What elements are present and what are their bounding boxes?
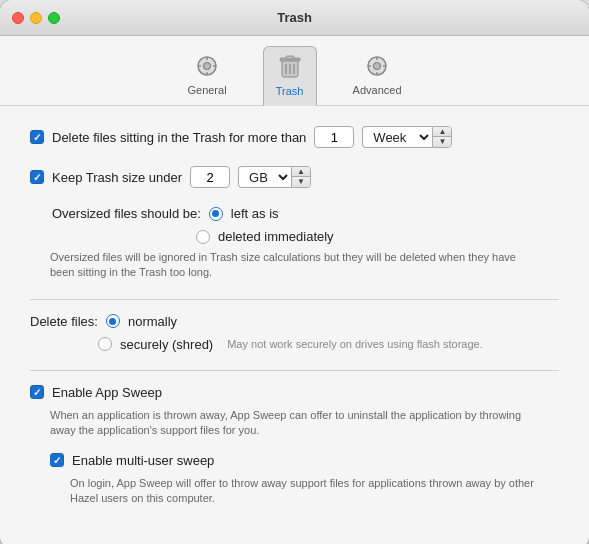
- main-window: Trash General: [0, 0, 589, 544]
- oversized-section: Oversized files should be: left as is de…: [30, 206, 559, 281]
- content-area: Delete files sitting in the Trash for mo…: [0, 106, 589, 544]
- gb-stepper-down[interactable]: ▼: [292, 177, 310, 187]
- titlebar: Trash: [0, 0, 589, 36]
- delete-files-checkbox[interactable]: [30, 130, 44, 144]
- securely-note: May not work securely on drives using fl…: [227, 338, 483, 350]
- divider-1: [30, 299, 559, 300]
- delete-method-label-row: Delete files: normally: [30, 314, 559, 329]
- keep-trash-label: Keep Trash size under: [52, 170, 182, 185]
- keep-trash-checkbox[interactable]: [30, 170, 44, 184]
- delete-files-section: Delete files sitting in the Trash for mo…: [30, 126, 559, 148]
- divider-2: [30, 370, 559, 371]
- close-button[interactable]: [12, 12, 24, 24]
- left-as-is-radio[interactable]: [209, 207, 223, 221]
- svg-point-1: [204, 63, 211, 70]
- app-sweep-row: Enable App Sweep: [30, 385, 559, 400]
- svg-point-13: [374, 63, 381, 70]
- gb-stepper-up[interactable]: ▲: [292, 167, 310, 177]
- window-title: Trash: [277, 10, 312, 25]
- general-icon: [193, 52, 221, 80]
- tab-bar: General Trash: [0, 36, 589, 106]
- app-sweep-checkbox[interactable]: [30, 385, 44, 399]
- securely-radio[interactable]: [98, 337, 112, 351]
- multiuser-sweep-row: Enable multi-user sweep: [50, 453, 559, 468]
- app-sweep-section: Enable App Sweep When an application is …: [30, 385, 559, 507]
- delete-method-section: Delete files: normally securely (shred) …: [30, 314, 559, 352]
- svg-rect-11: [286, 56, 294, 59]
- tab-trash-label: Trash: [276, 85, 304, 97]
- deleted-immediately-label: deleted immediately: [218, 229, 334, 244]
- week-stepper-up[interactable]: ▲: [433, 127, 451, 137]
- week-stepper: ▲ ▼: [432, 126, 452, 148]
- keep-trash-value-input[interactable]: [190, 166, 230, 188]
- tab-advanced-label: Advanced: [353, 84, 402, 96]
- tab-general-label: General: [187, 84, 226, 96]
- securely-label: securely (shred): [120, 337, 213, 352]
- tab-advanced[interactable]: Advanced: [341, 46, 414, 105]
- multiuser-sweep-description: On login, App Sweep will offer to throw …: [70, 476, 550, 507]
- tab-trash[interactable]: Trash: [263, 46, 317, 106]
- delete-files-label: Delete files sitting in the Trash for mo…: [52, 130, 306, 145]
- app-sweep-description: When an application is thrown away, App …: [50, 408, 530, 439]
- normally-label: normally: [128, 314, 177, 329]
- deleted-immediately-row: deleted immediately: [196, 229, 559, 244]
- gb-select[interactable]: GB MB: [238, 166, 291, 188]
- multiuser-sweep-label: Enable multi-user sweep: [72, 453, 214, 468]
- maximize-button[interactable]: [48, 12, 60, 24]
- advanced-icon: [363, 52, 391, 80]
- oversized-label-row: Oversized files should be: left as is: [30, 206, 559, 221]
- week-select[interactable]: Week Day Month: [362, 126, 432, 148]
- delete-files-method-label: Delete files:: [30, 314, 98, 329]
- week-stepper-down[interactable]: ▼: [433, 137, 451, 147]
- tab-general[interactable]: General: [175, 46, 238, 105]
- normally-radio[interactable]: [106, 314, 120, 328]
- app-sweep-label: Enable App Sweep: [52, 385, 162, 400]
- delete-files-value-input[interactable]: [314, 126, 354, 148]
- gb-stepper: ▲ ▼: [291, 166, 311, 188]
- oversized-description: Oversized files will be ignored in Trash…: [50, 250, 530, 281]
- week-stepper-select: Week Day Month ▲ ▼: [362, 126, 452, 148]
- left-as-is-label: left as is: [231, 206, 279, 221]
- keep-trash-row: Keep Trash size under GB MB ▲ ▼: [30, 166, 559, 188]
- securely-row: securely (shred) May not work securely o…: [98, 337, 559, 352]
- trash-icon: [276, 53, 304, 81]
- delete-files-row: Delete files sitting in the Trash for mo…: [30, 126, 559, 148]
- minimize-button[interactable]: [30, 12, 42, 24]
- oversized-label: Oversized files should be:: [52, 206, 201, 221]
- deleted-immediately-radio[interactable]: [196, 230, 210, 244]
- multiuser-sweep-checkbox[interactable]: [50, 453, 64, 467]
- traffic-lights: [12, 12, 60, 24]
- gb-stepper-select: GB MB ▲ ▼: [238, 166, 311, 188]
- keep-trash-section: Keep Trash size under GB MB ▲ ▼: [30, 166, 559, 188]
